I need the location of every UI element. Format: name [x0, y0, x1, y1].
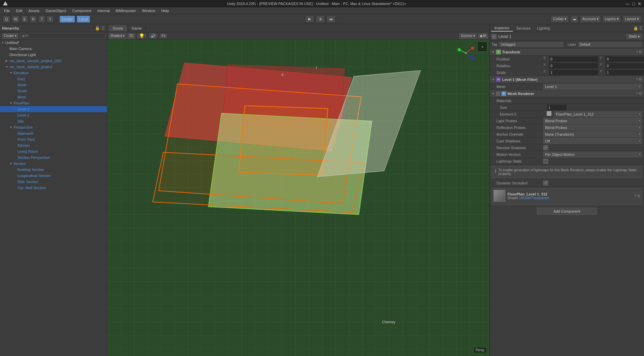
hierarchy-item-rac-basic[interactable]: ▼rac_basic_sample_project [0, 64, 107, 70]
pause-button[interactable]: ⏸ [316, 15, 325, 23]
static-button[interactable]: Static ▾ [626, 34, 642, 39]
hierarchy-item-west[interactable]: West [0, 94, 107, 100]
inspector-menu-button[interactable]: ☰ [639, 26, 643, 31]
layer-dropdown[interactable]: Default [578, 42, 642, 47]
scale-y[interactable] [605, 70, 644, 76]
receive-shadows-checkbox[interactable] [543, 145, 548, 150]
create-button[interactable]: Create ▾ [1, 32, 19, 40]
hierarchy-item-section[interactable]: ▼Section [0, 161, 107, 167]
mesh-renderer-component-header[interactable]: ▼ ✓ R Mesh Renderer ? ⚙ [490, 90, 644, 97]
menu-item-bimimporter[interactable]: BIMImporter [113, 8, 139, 13]
layout-button[interactable]: Layout ▾ [623, 15, 641, 23]
material-help-button[interactable]: ? [634, 194, 636, 198]
tab-lighting[interactable]: Lighting [534, 25, 553, 31]
mesh-filter-help-button[interactable]: ? [636, 77, 638, 82]
hierarchy-lock-button[interactable]: 🔒 [95, 26, 100, 31]
scene-maximize-button[interactable]: × [477, 42, 487, 52]
menu-item-edit[interactable]: Edit [13, 8, 25, 13]
tab-game[interactable]: Game [127, 25, 146, 31]
lightmap-static-checkbox[interactable] [543, 159, 548, 164]
hierarchy-item-from-yard[interactable]: From Yard [0, 136, 107, 142]
hierarchy-item-untitled[interactable]: ▼Untitled* [0, 40, 107, 46]
menu-item-component[interactable]: Component [69, 8, 94, 13]
hierarchy-item-kitchen[interactable]: Kitchen [0, 142, 107, 148]
menu-item-window[interactable]: Window [140, 8, 158, 13]
hierarchy-item-directional-light[interactable]: Directional Light [0, 52, 107, 58]
hierarchy-item-stair-section[interactable]: Stair Section [0, 179, 107, 185]
anchor-override-dropdown[interactable]: None (Transform) ▾ [543, 131, 642, 137]
rotation-y[interactable] [605, 63, 644, 69]
layers-button[interactable]: Layers ▾ [602, 15, 621, 23]
gizmos-dropdown[interactable]: Gizmos ▾ [459, 33, 477, 39]
all-dropdown[interactable]: ◉All [478, 33, 488, 39]
hierarchy-item-building-section[interactable]: Building Section [0, 167, 107, 173]
transform-tool-w[interactable]: W [12, 15, 20, 23]
hierarchy-tab[interactable]: Hierarchy [2, 26, 19, 30]
window-controls[interactable]: — □ ✕ [625, 1, 641, 6]
hierarchy-item-typ-wall-section[interactable]: Typ. Wall Section [0, 185, 107, 191]
collab-button[interactable]: Collab ▾ [551, 15, 569, 23]
hierarchy-search-input[interactable] [20, 33, 106, 39]
tab-scene[interactable]: Scene [109, 25, 127, 31]
hierarchy-item-floorplan[interactable]: ▼FloorPlan [0, 100, 107, 106]
menu-item-help[interactable]: Help [159, 8, 172, 13]
mesh-renderer-settings-button[interactable]: ⚙ [639, 91, 642, 96]
object-enabled-checkbox[interactable]: ✓ [492, 34, 496, 39]
audio-toggle[interactable]: 🔊 [148, 33, 158, 39]
transform-tool-r[interactable]: R [30, 15, 37, 23]
light-probes-dropdown[interactable]: Blend Probes ▾ [543, 118, 642, 124]
hierarchy-item-site[interactable]: Site [0, 118, 107, 124]
maximize-button[interactable]: □ [632, 1, 635, 6]
account-button[interactable]: Account ▾ [580, 15, 601, 23]
hierarchy-item-south[interactable]: South [0, 88, 107, 94]
hierarchy-item-level1[interactable]: Level 1 [0, 106, 107, 112]
reflection-probes-dropdown[interactable]: Blend Probes ▾ [543, 125, 642, 131]
step-button[interactable]: ⏭ [326, 15, 336, 23]
mesh-filter-component-header[interactable]: ▼ M Level 1 (Mesh Filter) ? ⚙ [490, 76, 644, 83]
scale-x[interactable] [549, 70, 598, 76]
menu-item-internal[interactable]: Internal [95, 8, 112, 13]
hierarchy-item-perspective[interactable]: ▼Perspective [0, 124, 107, 130]
hierarchy-item-elevation[interactable]: ▼Elevation [0, 70, 107, 76]
transform-tool-e[interactable]: E [21, 15, 28, 23]
scene-view[interactable]: 6 7 Chimney Persp × [107, 40, 489, 356]
motion-vectors-dropdown[interactable]: Per Object Motion ▾ [543, 151, 642, 158]
play-button[interactable]: ▶ [305, 15, 314, 23]
lighting-toggle[interactable]: 💡 [137, 33, 147, 39]
position-x[interactable] [549, 56, 598, 62]
mesh-dropdown[interactable]: Level 1 ▾ [543, 84, 642, 90]
tab-services[interactable]: Services [513, 25, 534, 31]
minimize-button[interactable]: — [625, 1, 630, 6]
inspector-lock-button[interactable]: 🔒 [633, 26, 638, 31]
cloud-button[interactable]: ☁ [570, 15, 579, 23]
transform-tool-y[interactable]: Y [47, 15, 54, 23]
dynamic-occluded-checkbox[interactable] [543, 181, 548, 185]
cast-shadows-dropdown[interactable]: Off ▾ [543, 138, 642, 144]
hierarchy-item-main-camera[interactable]: Main Camera [0, 46, 107, 52]
hierarchy-item-living-room[interactable]: Living Room [0, 148, 107, 154]
menu-item-assets[interactable]: Assets [26, 8, 42, 13]
2d-button[interactable]: 2D [127, 33, 135, 39]
mesh-renderer-enabled-checkbox[interactable]: ✓ [496, 92, 500, 96]
hierarchy-item-approach[interactable]: Approach [0, 130, 107, 136]
close-button[interactable]: ✕ [638, 1, 641, 6]
hierarchy-item-north[interactable]: North [0, 82, 107, 88]
size-input[interactable] [547, 104, 567, 110]
rotation-x[interactable] [549, 63, 598, 69]
element0-dropdown[interactable]: FloorPlan_Level 1_312 ▾ [554, 111, 642, 117]
hierarchy-item-rac-basic-3d[interactable]: ▶rac_basic_sample_project_(3D) [0, 58, 107, 64]
mesh-filter-settings-button[interactable]: ⚙ [639, 77, 642, 82]
menu-item-gameobject[interactable]: GameObject [43, 8, 69, 13]
hierarchy-item-level2[interactable]: Level 2 [0, 112, 107, 118]
transform-help-button[interactable]: ? [636, 50, 638, 54]
hierarchy-item-longitudinal-section[interactable]: Longitudinal Section [0, 173, 107, 179]
tab-inspector[interactable]: Inspector [491, 25, 513, 32]
transform-tool-t[interactable]: T [38, 15, 45, 23]
hierarchy-item-section-perspective[interactable]: Section Perspective [0, 154, 107, 161]
mesh-renderer-help-button[interactable]: ? [636, 91, 638, 96]
effects-toggle[interactable]: Fx [159, 33, 168, 39]
transform-tool-q[interactable]: Q [3, 15, 10, 23]
material-settings-button[interactable]: ⚙ [637, 194, 640, 198]
add-component-button[interactable]: Add Component [537, 208, 597, 215]
hierarchy-item-east[interactable]: East [0, 76, 107, 82]
